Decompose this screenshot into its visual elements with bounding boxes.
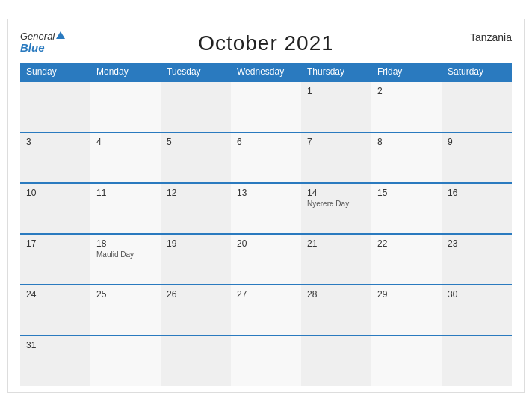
calendar-cell — [371, 336, 442, 386]
logo-triangle-icon — [56, 31, 65, 39]
day-number: 18 — [96, 238, 155, 249]
calendar-cell: 13 — [231, 183, 301, 234]
calendar-week-row: 3456789 — [20, 132, 512, 183]
day-number: 26 — [167, 289, 225, 300]
day-number: 7 — [307, 137, 365, 147]
day-number: 31 — [26, 340, 84, 350]
day-number: 15 — [377, 188, 436, 198]
calendar-cell: 5 — [161, 132, 231, 183]
logo-general-text: General — [20, 31, 65, 42]
calendar-cell: 26 — [161, 285, 231, 336]
day-number: 21 — [307, 238, 365, 249]
calendar-cell — [90, 336, 161, 386]
calendar-cell: 23 — [442, 234, 512, 285]
day-number: 14 — [307, 188, 365, 198]
weekday-header-row: SundayMondayTuesdayWednesdayThursdayFrid… — [20, 63, 512, 81]
calendar-cell: 19 — [161, 234, 231, 285]
calendar-cell — [301, 336, 371, 386]
calendar-cell: 10 — [20, 183, 90, 234]
calendar-grid: SundayMondayTuesdayWednesdayThursdayFrid… — [20, 63, 512, 386]
day-number: 23 — [448, 238, 506, 249]
calendar-cell: 12 — [161, 183, 231, 234]
day-number: 12 — [167, 188, 225, 198]
calendar-cell: 28 — [301, 285, 371, 336]
day-number: 17 — [26, 238, 84, 249]
calendar-cell — [442, 81, 512, 132]
weekday-header-tuesday: Tuesday — [161, 63, 231, 81]
logo-blue-text: Blue — [20, 42, 45, 55]
calendar-cell — [20, 81, 90, 132]
calendar-week-row: 1718Maulid Day1920212223 — [20, 234, 512, 285]
calendar-cell — [161, 81, 231, 132]
calendar-cell: 9 — [442, 132, 512, 183]
weekday-header-sunday: Sunday — [20, 63, 90, 81]
holiday-name: Nyerere Day — [307, 200, 365, 208]
calendar-cell — [161, 336, 231, 386]
calendar-cell: 3 — [20, 132, 90, 183]
day-number: 16 — [448, 188, 506, 198]
day-number: 9 — [448, 137, 506, 147]
day-number: 29 — [377, 289, 436, 300]
day-number: 3 — [26, 137, 84, 147]
calendar-title: October 2021 — [198, 31, 334, 55]
calendar-cell — [231, 81, 301, 132]
calendar-cell — [442, 336, 512, 386]
calendar-cell — [90, 81, 161, 132]
calendar-header: General Blue October 2021 Tanzania — [20, 31, 512, 55]
calendar-cell: 20 — [231, 234, 301, 285]
day-number: 2 — [377, 86, 436, 96]
calendar-cell — [231, 336, 301, 386]
day-number: 20 — [237, 238, 295, 249]
calendar-cell: 7 — [301, 132, 371, 183]
calendar-cell: 6 — [231, 132, 301, 183]
day-number: 11 — [96, 188, 155, 198]
calendar-cell: 4 — [90, 132, 161, 183]
calendar-cell: 18Maulid Day — [90, 234, 161, 285]
day-number: 19 — [167, 238, 225, 249]
calendar-cell: 30 — [442, 285, 512, 336]
day-number: 28 — [307, 289, 365, 300]
day-number: 5 — [167, 137, 225, 147]
country-label: Tanzania — [470, 31, 512, 43]
calendar-week-row: 1011121314Nyerere Day1516 — [20, 183, 512, 234]
calendar-cell: 21 — [301, 234, 371, 285]
calendar-cell: 22 — [371, 234, 442, 285]
day-number: 8 — [377, 137, 436, 147]
day-number: 6 — [237, 137, 295, 147]
calendar-container: General Blue October 2021 Tanzania Sunda… — [7, 19, 525, 393]
calendar-cell: 15 — [371, 183, 442, 234]
holiday-name: Maulid Day — [96, 250, 155, 259]
day-number: 4 — [96, 137, 155, 147]
day-number: 25 — [96, 289, 155, 300]
calendar-cell: 25 — [90, 285, 161, 336]
calendar-week-row: 24252627282930 — [20, 285, 512, 336]
weekday-header-wednesday: Wednesday — [231, 63, 301, 81]
calendar-cell: 27 — [231, 285, 301, 336]
calendar-cell: 24 — [20, 285, 90, 336]
calendar-cell: 29 — [371, 285, 442, 336]
calendar-week-row: 31 — [20, 336, 512, 386]
day-number: 24 — [26, 289, 84, 300]
calendar-cell: 16 — [442, 183, 512, 234]
calendar-cell: 14Nyerere Day — [301, 183, 371, 234]
calendar-cell: 1 — [301, 81, 371, 132]
logo: General Blue — [20, 31, 65, 55]
calendar-cell: 8 — [371, 132, 442, 183]
day-number: 30 — [448, 289, 506, 300]
day-number: 1 — [307, 86, 365, 96]
day-number: 13 — [237, 188, 295, 198]
calendar-cell: 17 — [20, 234, 90, 285]
calendar-cell: 2 — [371, 81, 442, 132]
weekday-header-saturday: Saturday — [442, 63, 512, 81]
calendar-cell: 31 — [20, 336, 90, 386]
weekday-header-thursday: Thursday — [301, 63, 371, 81]
day-number: 27 — [237, 289, 295, 300]
calendar-cell: 11 — [90, 183, 161, 234]
weekday-header-friday: Friday — [371, 63, 442, 81]
weekday-header-monday: Monday — [90, 63, 161, 81]
day-number: 22 — [377, 238, 436, 249]
calendar-week-row: 12 — [20, 81, 512, 132]
day-number: 10 — [26, 188, 84, 198]
